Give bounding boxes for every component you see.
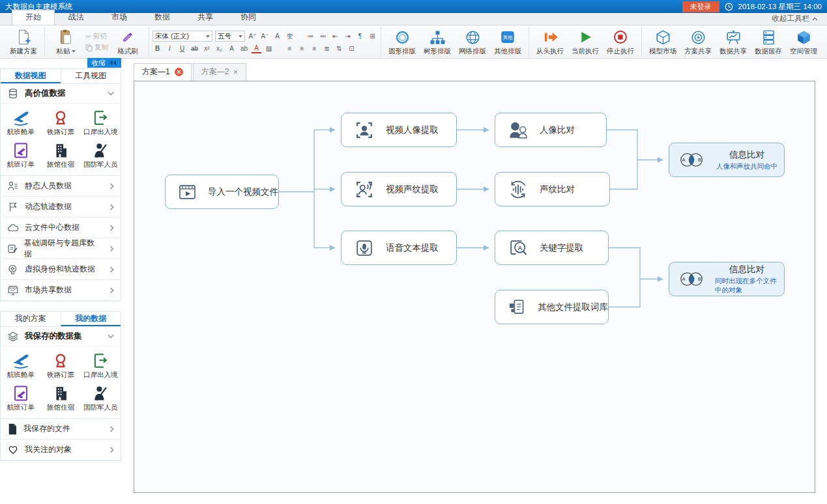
- flow-canvas[interactable]: 导入一个视频文件 视频人像提取 人像比对 视频声纹提取 声纹比对: [134, 81, 815, 493]
- login-status-badge[interactable]: 未登录: [682, 1, 719, 12]
- node-import-video[interactable]: 导入一个视频文件: [165, 175, 279, 209]
- format-painter-button[interactable]: 格式刷: [110, 28, 145, 57]
- cut-button[interactable]: ✂ 剪切: [85, 32, 108, 41]
- dataset-item-flight-order[interactable]: 航班订单: [1, 139, 40, 171]
- grow-font-button[interactable]: A⁺: [248, 31, 257, 41]
- subscript-button[interactable]: x₂: [214, 44, 224, 53]
- close-tab-icon[interactable]: [175, 68, 183, 76]
- row-my-followed-objects[interactable]: 我关注的对象: [1, 440, 121, 460]
- ribbon-tab-collab[interactable]: 协同: [227, 10, 270, 25]
- ribbon-tab-share[interactable]: 共享: [184, 10, 227, 25]
- strikethrough-button[interactable]: ab: [190, 44, 199, 53]
- category-static-person-data[interactable]: 静态人员数据: [1, 176, 121, 197]
- category-research-library-data[interactable]: 基础调研与专题库数据: [1, 238, 121, 259]
- node-voice-extract[interactable]: 视频声纹提取: [341, 172, 457, 206]
- underline-button[interactable]: U: [177, 44, 187, 53]
- dataset-item-flight-manifest[interactable]: 航班舱单: [1, 106, 40, 139]
- shrink-font-button[interactable]: A⁻: [260, 31, 270, 41]
- clear-format-button[interactable]: A: [272, 31, 282, 41]
- node-voiceprint-compare[interactable]: 声纹比对: [495, 172, 610, 206]
- shading-button[interactable]: ▨: [264, 44, 274, 53]
- dataset-item-hotel-stay[interactable]: 旅馆住宿: [40, 139, 80, 171]
- align-right-button[interactable]: ≡: [310, 44, 319, 53]
- ribbon-tab-bar: 开始 战法 市场 数据 共享 协同 收起工具栏: [0, 13, 827, 25]
- scissors-icon: ✂: [85, 33, 91, 40]
- model-market-button[interactable]: 模型市场: [645, 28, 680, 57]
- plan-share-button[interactable]: 方案共享: [680, 28, 716, 57]
- data-share-button[interactable]: 数据共享: [716, 28, 751, 57]
- node-speech-text[interactable]: 语音文本提取: [341, 231, 457, 265]
- collapse-toolbar-button[interactable]: 收起工具栏: [763, 14, 827, 25]
- dataset-item-flight-manifest[interactable]: 航班舱单: [1, 349, 40, 382]
- font-size-select[interactable]: 五号: [215, 31, 245, 42]
- dataset-item-rail-ticket[interactable]: 铁路订票: [40, 349, 80, 382]
- font-family-select[interactable]: 宋体 (正文): [152, 31, 212, 42]
- ribbon-tab-market[interactable]: 市场: [98, 10, 141, 25]
- new-plan-button[interactable]: 新建方案: [6, 28, 41, 57]
- phonetic-guide-button[interactable]: 变: [285, 31, 295, 41]
- ribbon-tab-data[interactable]: 数据: [141, 10, 184, 25]
- decrease-indent-button[interactable]: ⇤: [330, 31, 340, 41]
- font-color-button[interactable]: A: [252, 44, 261, 53]
- line-spacing-button[interactable]: ⇅: [334, 44, 344, 53]
- stop-button[interactable]: 停止执行: [603, 28, 638, 57]
- copy-button[interactable]: 复制: [85, 43, 108, 52]
- bold-button[interactable]: B: [152, 44, 162, 53]
- highlight-button[interactable]: ab: [239, 44, 249, 53]
- circle-layout-button[interactable]: 圆形排版: [384, 28, 420, 57]
- close-tab-icon[interactable]: [233, 70, 238, 74]
- dataset-item-border-entry-exit[interactable]: 口岸出入境: [81, 349, 121, 382]
- justify-button[interactable]: ≣: [322, 44, 332, 53]
- numbering-button[interactable]: ≕: [318, 31, 328, 41]
- data-retention-button[interactable]: 数据留存: [751, 28, 786, 57]
- node-info-compare-1[interactable]: A B 信息比对 人像和声纹共同命中: [669, 143, 785, 177]
- ribbon-tab-tactics[interactable]: 战法: [55, 10, 98, 25]
- dataset-item-rail-ticket[interactable]: 铁路订票: [40, 106, 80, 139]
- text-effects-button[interactable]: A: [227, 44, 237, 53]
- node-other-files[interactable]: 其他文件提取词库: [495, 290, 609, 324]
- doc-tab-plan-2[interactable]: 方案—2: [193, 63, 247, 81]
- tab-tool-view[interactable]: 工具视图: [61, 69, 121, 83]
- space-manage-button[interactable]: 空间管理: [786, 28, 821, 57]
- borders-button[interactable]: ⊡: [347, 44, 356, 53]
- increase-indent-button[interactable]: ⇥: [343, 31, 353, 41]
- other-layout-button[interactable]: 其他 其他排版: [490, 28, 525, 57]
- dataset-item-hotel-stay[interactable]: 旅馆住宿: [40, 382, 80, 414]
- align-left-button[interactable]: ≡: [285, 44, 295, 53]
- dataset-label: 航班订单: [7, 403, 35, 412]
- chevron-right-icon: [109, 447, 114, 453]
- tab-my-data[interactable]: 我的数据: [61, 312, 121, 326]
- paragraph-mark-button[interactable]: ¶: [355, 31, 365, 41]
- node-keyword-extract[interactable]: A 关键字提取: [495, 231, 609, 265]
- category-dynamic-track-data[interactable]: 动态轨迹数据: [1, 197, 121, 217]
- doc-tab-plan-1[interactable]: 方案—1: [134, 63, 192, 81]
- network-layout-button[interactable]: 网络排版: [455, 28, 490, 57]
- collapse-sidebar-button[interactable]: 收缩: [87, 58, 121, 68]
- node-info-compare-2[interactable]: A B 信息比对 同时出现在多个文件中的对象: [669, 262, 785, 296]
- insert-table-button[interactable]: ⊞: [368, 31, 377, 41]
- superscript-button[interactable]: x²: [202, 44, 212, 53]
- node-face-extract[interactable]: 视频人像提取: [341, 113, 457, 147]
- run-current-button[interactable]: 当前执行: [568, 28, 603, 57]
- category-label: 市场共享数据: [25, 285, 72, 296]
- bullets-button[interactable]: ≔: [306, 31, 315, 41]
- dataset-item-military-personnel[interactable]: 国防军人员: [81, 139, 121, 171]
- section-high-value-data[interactable]: 高价值数据: [1, 84, 121, 104]
- node-face-compare[interactable]: 人像比对: [495, 113, 607, 147]
- row-my-saved-files[interactable]: 我保存的文件: [1, 419, 121, 440]
- dataset-item-military-personnel[interactable]: 国防军人员: [81, 382, 121, 414]
- ribbon-tab-start[interactable]: 开始: [12, 10, 55, 25]
- tree-layout-button[interactable]: 树形排版: [420, 28, 455, 57]
- paste-button[interactable]: 粘贴: [48, 28, 83, 57]
- dataset-item-border-entry-exit[interactable]: 口岸出入境: [81, 106, 121, 139]
- align-center-button[interactable]: ≡: [297, 44, 307, 53]
- category-virtual-identity-data[interactable]: 虚拟身份和轨迹数据: [1, 259, 121, 280]
- italic-button[interactable]: I: [165, 44, 175, 53]
- tab-my-plans[interactable]: 我的方案: [1, 312, 61, 326]
- run-from-start-button[interactable]: 从头执行: [532, 28, 568, 57]
- category-market-shared-data[interactable]: 市场共享数据: [1, 280, 121, 301]
- category-cloud-file-data[interactable]: 云文件中心数据: [1, 217, 121, 238]
- section-saved-datasets[interactable]: 我保存的数据集: [1, 327, 121, 346]
- dataset-item-flight-order[interactable]: 航班订单: [1, 382, 40, 414]
- tab-data-view[interactable]: 数据视图: [1, 69, 61, 83]
